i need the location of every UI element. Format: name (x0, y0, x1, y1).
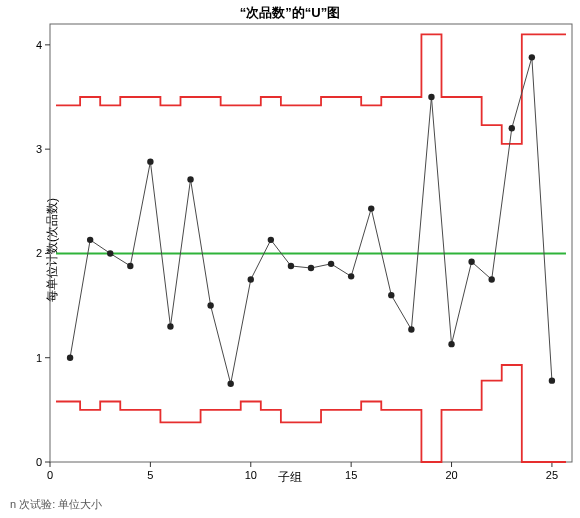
svg-text:1: 1 (36, 352, 42, 364)
data-line (70, 57, 552, 383)
u-chart-container: “次品数”的“U”图 每单位计数(次品数) 子组 n 次试验: 单位大小 012… (0, 0, 580, 518)
lcl-line (56, 365, 566, 462)
data-point (388, 292, 394, 298)
data-point (529, 54, 535, 60)
data-point (187, 176, 193, 182)
data-point (348, 273, 354, 279)
data-point (509, 125, 515, 131)
data-point (67, 355, 73, 361)
svg-text:25: 25 (546, 469, 558, 481)
data-point (368, 205, 374, 211)
data-point (288, 263, 294, 269)
svg-text:0: 0 (47, 469, 53, 481)
data-point (248, 276, 254, 282)
svg-text:20: 20 (445, 469, 457, 481)
data-point (227, 381, 233, 387)
data-point (488, 276, 494, 282)
svg-rect-0 (50, 24, 572, 462)
svg-text:15: 15 (345, 469, 357, 481)
data-point (127, 263, 133, 269)
data-point (448, 341, 454, 347)
svg-text:2: 2 (36, 247, 42, 259)
data-point (428, 94, 434, 100)
data-point (87, 237, 93, 243)
data-point (268, 237, 274, 243)
data-point (468, 259, 474, 265)
svg-text:4: 4 (36, 39, 42, 51)
ucl-line (56, 34, 566, 144)
data-point (167, 323, 173, 329)
svg-text:0: 0 (36, 456, 42, 468)
data-point (107, 250, 113, 256)
svg-text:3: 3 (36, 143, 42, 155)
svg-text:10: 10 (245, 469, 257, 481)
chart-svg: 012340510152025 (0, 0, 580, 518)
data-point (328, 261, 334, 267)
data-point (207, 302, 213, 308)
data-point (408, 326, 414, 332)
svg-text:5: 5 (147, 469, 153, 481)
data-point (147, 158, 153, 164)
data-point (549, 377, 555, 383)
data-point (308, 265, 314, 271)
